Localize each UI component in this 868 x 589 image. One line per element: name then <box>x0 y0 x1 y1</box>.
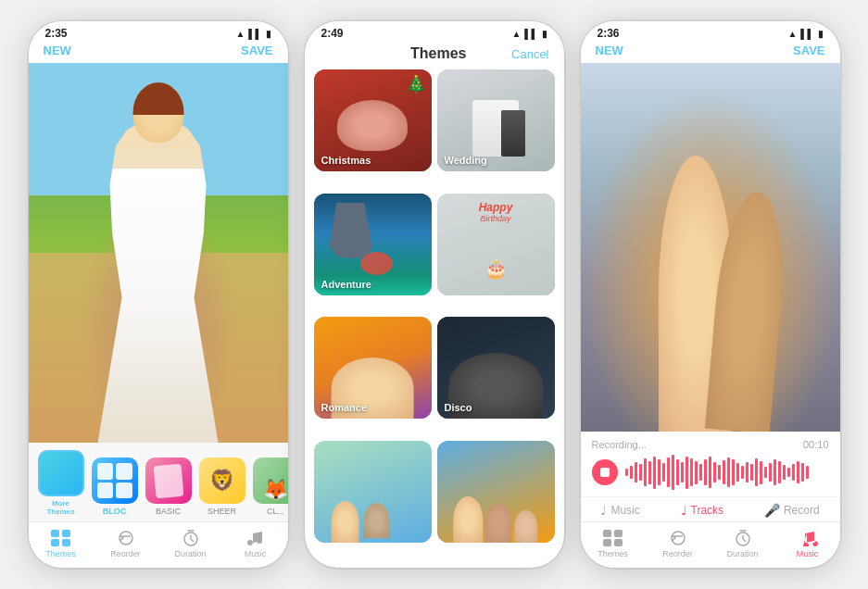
theme-card-row5a[interactable] <box>314 441 432 543</box>
wifi-icon-2: ▲ <box>511 29 521 39</box>
tracks-tab-label: Tracks <box>691 504 724 517</box>
sheer-thumb[interactable]: 🦁 <box>199 457 245 504</box>
wave-bar <box>690 458 693 486</box>
theme-sheer[interactable]: 🦁 SHEER <box>199 457 245 516</box>
new-button-1[interactable]: NEW <box>44 44 71 57</box>
disco-label: Disco <box>445 402 472 413</box>
wave-bar <box>658 459 660 485</box>
theme-cl[interactable]: 🦊 CL... <box>253 457 288 516</box>
themes-header: Themes Cancel <box>305 42 564 69</box>
wave-bar <box>797 461 799 483</box>
wave-bar <box>686 457 688 489</box>
svg-rect-1 <box>62 530 70 537</box>
cl-thumb[interactable]: 🦊 <box>253 457 288 504</box>
bottom-nav-3: Themes Reorder Duration <box>581 521 840 568</box>
save-button-1[interactable]: SAVE <box>241 44 272 57</box>
signal-icon-3: ▌▌ <box>800 29 813 39</box>
nav-duration-1[interactable]: Duration <box>158 530 223 558</box>
wave-bar <box>801 463 804 482</box>
bloc-label: BLOC <box>103 507 127 516</box>
audio-tab-record[interactable]: 🎤 Record <box>764 503 820 518</box>
nav-themes-1[interactable]: Themes <box>29 530 94 558</box>
wave-bar <box>723 460 725 484</box>
recording-status: Recording... <box>592 439 647 450</box>
svg-rect-3 <box>62 539 70 546</box>
theme-basic[interactable]: BASIC <box>145 457 192 516</box>
audio-tab-music[interactable]: ♩ Music <box>600 503 639 518</box>
waveform-row <box>592 456 829 489</box>
recording-area: Recording... 00:10 <box>581 432 840 496</box>
wave-bar <box>764 467 767 478</box>
theme-more-themes[interactable]: MoreThemes <box>38 450 84 516</box>
wave-bar <box>704 459 707 485</box>
wave-bar <box>653 457 656 489</box>
status-bar-2: 2:49 ▲ ▌▌ ▮ <box>305 21 564 42</box>
bloc-thumb[interactable] <box>92 457 138 504</box>
audio-tab-tracks[interactable]: ♩ Tracks <box>681 503 724 518</box>
music-tab-label: Music <box>610 504 639 517</box>
nav-reorder-label-3: Reorder <box>662 549 693 558</box>
signal-icon-2: ▌▌ <box>524 29 537 39</box>
nav-music-3[interactable]: Music <box>775 530 840 558</box>
svg-point-10 <box>672 532 685 545</box>
romance-label: Romance <box>321 402 368 413</box>
main-photo-1 <box>29 63 288 443</box>
sheer-label: SHEER <box>208 507 236 516</box>
wave-bar <box>750 464 753 481</box>
save-button-3[interactable]: SAVE <box>793 44 824 57</box>
waveform <box>625 456 829 489</box>
wave-bar <box>727 457 730 487</box>
wave-bar <box>695 461 698 484</box>
theme-card-adventure[interactable]: Adventure <box>314 194 432 295</box>
wave-bar <box>769 463 772 482</box>
wave-bar <box>625 469 628 476</box>
theme-card-christmas[interactable]: 🎄 Christmas <box>314 69 432 171</box>
record-tab-label: Record <box>784 504 820 517</box>
cancel-button[interactable]: Cancel <box>511 47 548 61</box>
theme-card-disco[interactable]: Disco <box>437 317 555 419</box>
more-themes-thumb[interactable] <box>38 450 84 496</box>
nav-reorder-label-1: Reorder <box>110 549 141 558</box>
basic-thumb[interactable] <box>145 457 192 504</box>
record-stop-button[interactable] <box>592 459 618 485</box>
theme-bloc[interactable]: BLOC <box>92 457 138 516</box>
theme-card-romance[interactable]: Romance <box>314 317 432 419</box>
reorder-icon-3 <box>668 530 688 546</box>
bottom-nav-1: Themes Reorder Duration <box>29 521 288 568</box>
christmas-label: Christmas <box>321 155 371 166</box>
girl-hair <box>132 82 183 116</box>
duration-icon-3 <box>733 530 753 546</box>
girl-head <box>132 82 183 143</box>
new-button-3[interactable]: NEW <box>596 44 623 57</box>
theme-card-row5b[interactable] <box>437 441 555 543</box>
music-icon-1 <box>245 530 266 546</box>
wave-bar <box>741 466 744 479</box>
nav-music-label-1: Music <box>245 549 267 558</box>
nav-reorder-3[interactable]: Reorder <box>646 530 711 558</box>
basic-label: BASIC <box>156 507 181 516</box>
wave-bar <box>774 459 776 485</box>
wave-bar <box>792 464 795 481</box>
status-time-2: 2:49 <box>321 27 344 40</box>
nav-reorder-1[interactable]: Reorder <box>94 530 158 558</box>
stop-icon <box>600 468 610 477</box>
themes-icon-1 <box>51 530 71 546</box>
status-icons-3: ▲ ▌▌ ▮ <box>787 29 823 39</box>
svg-rect-9 <box>614 539 623 546</box>
mic-icon: 🎤 <box>764 503 780 518</box>
themes-icon-3 <box>603 530 623 546</box>
reorder-icon-1 <box>116 530 136 546</box>
duration-icon-1 <box>181 530 201 546</box>
nav-duration-3[interactable]: Duration <box>711 530 775 558</box>
nav-duration-label-1: Duration <box>174 549 206 558</box>
svg-rect-8 <box>603 539 611 546</box>
battery-icon-1: ▮ <box>266 29 271 39</box>
nav-music-1[interactable]: Music <box>223 530 288 558</box>
nav-themes-3[interactable]: Themes <box>581 530 646 558</box>
theme-card-birthday[interactable]: Happy Birthday 🎂 <box>437 194 555 295</box>
svg-point-4 <box>120 532 132 545</box>
theme-card-wedding[interactable]: Wedding <box>437 69 555 171</box>
recording-top: Recording... 00:10 <box>592 439 829 450</box>
wave-bar <box>676 459 679 485</box>
nav-themes-label-1: Themes <box>45 549 76 558</box>
